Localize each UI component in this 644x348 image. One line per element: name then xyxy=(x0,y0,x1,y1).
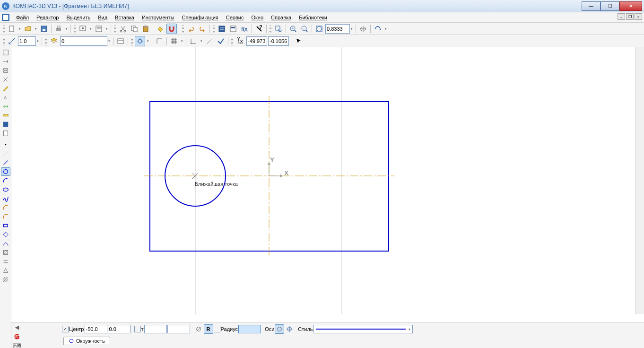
menu-service[interactable]: Сервис xyxy=(222,14,248,21)
properties-button[interactable] xyxy=(94,24,104,34)
menu-help[interactable]: Справка xyxy=(267,14,295,21)
spec2-button[interactable] xyxy=(228,24,238,34)
zoom-value-input[interactable] xyxy=(325,24,350,34)
refresh-button[interactable] xyxy=(373,24,383,34)
axes-on-button[interactable] xyxy=(285,324,294,334)
maximize-button[interactable]: ☐ xyxy=(600,1,619,11)
radius-input[interactable] xyxy=(238,325,261,333)
side-hatch-button[interactable] xyxy=(1,275,10,284)
cursor-button[interactable] xyxy=(293,36,304,46)
side-params-button[interactable] xyxy=(1,102,10,111)
side-dimensions-button[interactable] xyxy=(1,57,10,66)
mdi-restore-button[interactable]: ❐ xyxy=(626,13,634,20)
new-dropdown[interactable]: ▾ xyxy=(18,27,22,31)
grid-dropdown[interactable]: ▾ xyxy=(180,39,184,43)
command-tab[interactable]: Окружность xyxy=(63,337,110,345)
coord-y-input[interactable] xyxy=(268,36,289,46)
mdi-close-button[interactable]: × xyxy=(635,13,642,20)
scale-input[interactable] xyxy=(18,36,36,46)
scale-dropdown[interactable]: ▾ xyxy=(36,39,40,43)
side-annotations-button[interactable] xyxy=(1,75,10,84)
auto-button[interactable]: Auto xyxy=(12,342,22,348)
save-button[interactable] xyxy=(39,24,49,34)
toolbar-grip[interactable] xyxy=(3,25,5,33)
menu-view[interactable]: Вид xyxy=(94,14,111,21)
vertical-scrollbar[interactable] xyxy=(635,47,644,314)
lock-center-toggle[interactable]: ✓ xyxy=(62,326,69,332)
side-geometry-button[interactable] xyxy=(1,48,10,57)
side-polygon-button[interactable] xyxy=(1,230,10,239)
toolbar-grip[interactable] xyxy=(3,37,5,45)
coord-round-button[interactable] xyxy=(216,36,226,46)
redo-button[interactable] xyxy=(197,24,208,34)
menu-libs[interactable]: Библиотеки xyxy=(295,14,331,21)
zoom-window-button[interactable] xyxy=(273,24,284,34)
zoom-dropdown[interactable]: ▾ xyxy=(350,27,354,31)
radius-button[interactable]: R xyxy=(204,324,213,334)
menu-spec[interactable]: Спецификация xyxy=(178,14,222,21)
paste-button[interactable] xyxy=(140,24,151,34)
side-circle-button[interactable] xyxy=(1,167,10,176)
menu-file[interactable]: Файл xyxy=(12,14,33,21)
side-line-button[interactable] xyxy=(1,158,10,167)
new-button[interactable] xyxy=(7,24,17,34)
preview-dropdown[interactable]: ▾ xyxy=(89,27,93,31)
side-contour-button[interactable] xyxy=(1,266,10,275)
snap-dropdown[interactable]: ▾ xyxy=(146,39,150,43)
menu-tools[interactable]: Инструменты xyxy=(138,14,178,21)
scale-icon[interactable] xyxy=(7,36,17,46)
toolbar-grip[interactable] xyxy=(182,25,184,33)
side-chamfer-button[interactable] xyxy=(1,203,10,212)
spec-button[interactable] xyxy=(217,24,227,34)
coords-button[interactable] xyxy=(188,36,199,46)
side-rectangle-button[interactable] xyxy=(1,221,10,230)
minimize-button[interactable]: — xyxy=(582,1,600,11)
open-dropdown[interactable]: ▾ xyxy=(34,27,38,31)
lock-radius-toggle[interactable] xyxy=(214,326,220,332)
arrow-icon[interactable] xyxy=(12,324,22,331)
side-arc-button[interactable] xyxy=(1,176,10,185)
print-button[interactable] xyxy=(53,24,64,34)
menu-select[interactable]: Выделить xyxy=(62,14,94,21)
pan-button[interactable] xyxy=(358,24,368,34)
toolbar-grip[interactable] xyxy=(270,25,271,33)
zoom-fit-button[interactable] xyxy=(314,24,324,34)
properties-dropdown[interactable]: ▾ xyxy=(105,27,109,31)
coord-x-input[interactable] xyxy=(246,36,267,46)
side-report-button[interactable] xyxy=(1,129,10,138)
coord-mode-button[interactable] xyxy=(204,36,215,46)
layer-icon[interactable] xyxy=(49,36,59,46)
snap-toggle-button[interactable] xyxy=(135,36,145,46)
side-hatched-button[interactable] xyxy=(1,248,10,257)
side-measure-button[interactable] xyxy=(1,111,10,120)
format-painter-button[interactable] xyxy=(155,24,165,34)
axes-off-button[interactable] xyxy=(275,324,284,334)
layer-manager-button[interactable] xyxy=(115,36,126,46)
t1-input[interactable] xyxy=(144,325,167,333)
t2-input[interactable] xyxy=(167,325,190,333)
side-equidistant-button[interactable] xyxy=(1,257,10,266)
menu-edit[interactable]: Редактор xyxy=(33,14,62,21)
help-button[interactable]: ? xyxy=(254,24,264,34)
toolbar-grip[interactable] xyxy=(231,37,233,45)
mdi-minimize-button[interactable]: – xyxy=(618,13,625,20)
diameter-button[interactable] xyxy=(194,324,203,334)
fx-button[interactable]: f(x) xyxy=(239,24,250,34)
ortho-button[interactable] xyxy=(154,36,165,46)
stop-button[interactable]: STOP xyxy=(13,332,21,341)
center-x-input[interactable] xyxy=(85,325,107,333)
cut-button[interactable] xyxy=(118,24,128,34)
side-tools-button[interactable] xyxy=(1,66,10,75)
zoom-in-button[interactable]: + xyxy=(288,24,298,34)
side-ellipse-button[interactable] xyxy=(1,185,10,194)
side-text-button[interactable]: A xyxy=(1,93,10,102)
toolbar-grip[interactable] xyxy=(213,25,215,33)
print-dropdown[interactable]: ▾ xyxy=(65,27,69,31)
side-spline-button[interactable] xyxy=(1,194,10,203)
side-edit-button[interactable] xyxy=(1,84,10,93)
toolbar-grip[interactable] xyxy=(74,25,76,33)
layer-input[interactable] xyxy=(60,36,107,46)
side-spec-button[interactable] xyxy=(1,120,10,129)
menu-insert[interactable]: Вставка xyxy=(111,14,138,21)
toolbar-grip[interactable] xyxy=(45,37,47,45)
